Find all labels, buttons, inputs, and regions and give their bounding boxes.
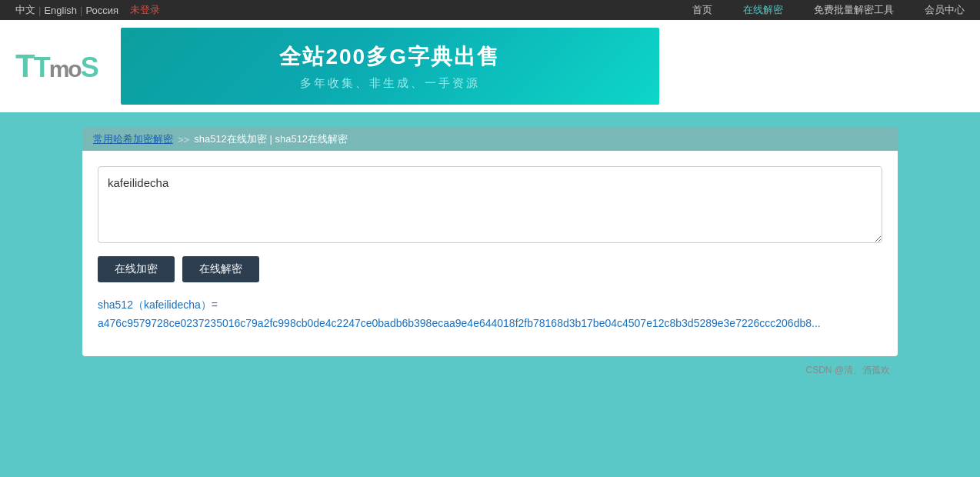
sep1: | xyxy=(38,5,41,16)
nav-home[interactable]: 首页 xyxy=(692,3,712,17)
footer-note: CSDN @清、酒孤欢 xyxy=(82,364,898,377)
breadcrumb-current: sha512在线加密 | sha512在线解密 xyxy=(194,132,348,146)
breadcrumb-sep: >> xyxy=(178,134,189,145)
result-area: sha512（kafeilidecha）= a476c9579728ce0237… xyxy=(98,296,882,333)
logo-s: S xyxy=(81,52,98,83)
banner-subtitle: 多年收集、非生成、一手资源 xyxy=(300,76,480,91)
logo-t2: T xyxy=(34,52,49,83)
breadcrumb-bar: 常用哈希加密解密 >> sha512在线加密 | sha512在线解密 xyxy=(82,128,898,151)
result-label: sha512（kafeilidecha）= xyxy=(98,299,218,311)
logo-t1: T xyxy=(15,48,34,84)
btn-row: 在线加密 在线解密 xyxy=(98,256,882,282)
sep3 xyxy=(122,5,127,16)
logo-area: TTmoS xyxy=(15,50,98,82)
nav-online-decrypt[interactable]: 在线解密 xyxy=(743,3,783,17)
nav-member[interactable]: 会员中心 xyxy=(925,3,965,17)
lang-en[interactable]: English xyxy=(44,5,77,16)
lang-ru[interactable]: Россия xyxy=(85,5,118,16)
main-content: 常用哈希加密解密 >> sha512在线加密 | sha512在线解密 在线加密… xyxy=(67,128,913,377)
top-nav-left: 中文 | English | Россия 未登录 xyxy=(15,3,160,17)
top-nav-right: 首页 在线解密 免费批量解密工具 会员中心 xyxy=(692,3,965,17)
result-hash: a476c9579728ce0237235016c79a2fc998cb0de4… xyxy=(98,317,821,329)
sep2: | xyxy=(80,5,82,16)
login-status[interactable]: 未登录 xyxy=(130,3,160,17)
nav-batch-tool[interactable]: 免费批量解密工具 xyxy=(814,3,894,17)
banner-title: 全站200多G字典出售 xyxy=(279,42,500,72)
decrypt-button[interactable]: 在线解密 xyxy=(182,256,259,282)
logo: TTmoS xyxy=(15,50,98,82)
header: TTmoS 全站200多G字典出售 多年收集、非生成、一手资源 xyxy=(0,20,980,112)
card: 在线加密 在线解密 sha512（kafeilidecha）= a476c957… xyxy=(82,151,898,356)
top-nav: 中文 | English | Россия 未登录 首页 在线解密 免费批量解密… xyxy=(0,0,980,20)
logo-m: mo xyxy=(49,56,81,82)
breadcrumb-link[interactable]: 常用哈希加密解密 xyxy=(93,132,173,146)
banner: 全站200多G字典出售 多年收集、非生成、一手资源 xyxy=(121,28,659,105)
hash-input[interactable] xyxy=(98,166,882,243)
lang-zh[interactable]: 中文 xyxy=(15,3,35,17)
encrypt-button[interactable]: 在线加密 xyxy=(98,256,175,282)
